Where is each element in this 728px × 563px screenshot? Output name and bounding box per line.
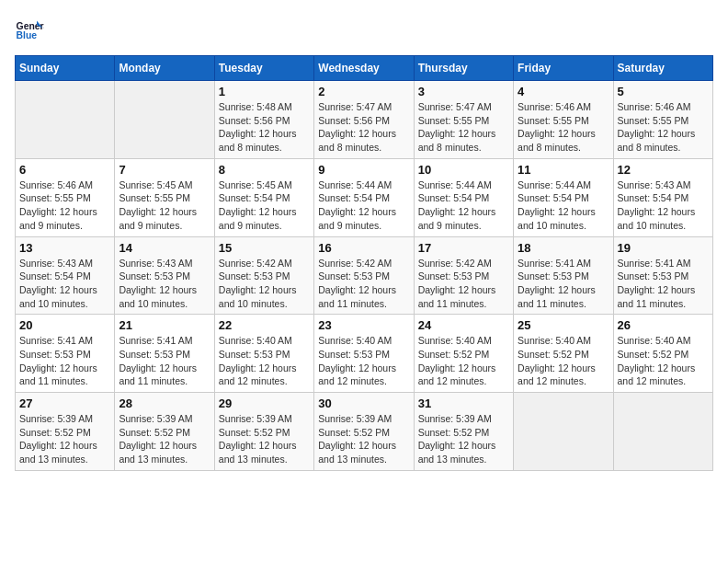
day-info: Sunrise: 5:39 AM Sunset: 5:52 PM Dayligh… xyxy=(19,412,110,466)
day-cell: 27Sunrise: 5:39 AM Sunset: 5:52 PM Dayli… xyxy=(16,393,115,471)
day-cell: 29Sunrise: 5:39 AM Sunset: 5:52 PM Dayli… xyxy=(214,393,313,471)
day-number: 5 xyxy=(618,85,709,98)
header-cell-thursday: Thursday xyxy=(414,56,513,81)
day-info: Sunrise: 5:43 AM Sunset: 5:54 PM Dayligh… xyxy=(19,257,110,311)
day-info: Sunrise: 5:42 AM Sunset: 5:53 PM Dayligh… xyxy=(219,257,310,311)
day-number: 26 xyxy=(618,318,709,332)
day-cell: 6Sunrise: 5:46 AM Sunset: 5:55 PM Daylig… xyxy=(16,158,115,236)
day-cell: 14Sunrise: 5:43 AM Sunset: 5:53 PM Dayli… xyxy=(115,236,214,315)
day-info: Sunrise: 5:47 AM Sunset: 5:56 PM Dayligh… xyxy=(318,100,409,155)
day-info: Sunrise: 5:46 AM Sunset: 5:55 PM Dayligh… xyxy=(518,100,609,155)
day-info: Sunrise: 5:43 AM Sunset: 5:54 PM Dayligh… xyxy=(618,178,709,233)
day-info: Sunrise: 5:39 AM Sunset: 5:52 PM Dayligh… xyxy=(119,412,210,466)
day-cell: 12Sunrise: 5:43 AM Sunset: 5:54 PM Dayli… xyxy=(613,158,712,236)
header-cell-saturday: Saturday xyxy=(613,56,712,81)
day-info: Sunrise: 5:44 AM Sunset: 5:54 PM Dayligh… xyxy=(418,178,509,233)
day-cell: 16Sunrise: 5:42 AM Sunset: 5:53 PM Dayli… xyxy=(314,236,414,315)
day-cell: 15Sunrise: 5:42 AM Sunset: 5:53 PM Dayli… xyxy=(214,236,313,315)
day-cell: 11Sunrise: 5:44 AM Sunset: 5:54 PM Dayli… xyxy=(514,158,613,236)
day-cell xyxy=(613,393,712,471)
day-cell: 31Sunrise: 5:39 AM Sunset: 5:52 PM Dayli… xyxy=(414,393,513,471)
day-cell: 7Sunrise: 5:45 AM Sunset: 5:55 PM Daylig… xyxy=(115,158,214,236)
day-number: 28 xyxy=(119,396,210,410)
day-number: 4 xyxy=(518,85,609,98)
day-number: 15 xyxy=(219,241,310,255)
day-number: 1 xyxy=(219,85,310,98)
day-number: 21 xyxy=(119,318,210,332)
logo: General Blue xyxy=(15,15,44,44)
day-number: 14 xyxy=(119,241,210,255)
day-info: Sunrise: 5:40 AM Sunset: 5:52 PM Dayligh… xyxy=(518,334,609,388)
day-cell: 26Sunrise: 5:40 AM Sunset: 5:52 PM Dayli… xyxy=(613,315,712,393)
day-number: 23 xyxy=(318,318,409,332)
day-info: Sunrise: 5:48 AM Sunset: 5:56 PM Dayligh… xyxy=(219,100,310,155)
day-cell xyxy=(514,393,613,471)
day-number: 9 xyxy=(318,163,409,177)
day-number: 19 xyxy=(618,241,709,255)
day-cell: 13Sunrise: 5:43 AM Sunset: 5:54 PM Dayli… xyxy=(16,236,115,315)
day-info: Sunrise: 5:44 AM Sunset: 5:54 PM Dayligh… xyxy=(518,178,609,233)
day-info: Sunrise: 5:40 AM Sunset: 5:52 PM Dayligh… xyxy=(418,334,509,388)
header-cell-sunday: Sunday xyxy=(16,56,115,81)
day-info: Sunrise: 5:42 AM Sunset: 5:53 PM Dayligh… xyxy=(418,257,509,311)
day-cell: 2Sunrise: 5:47 AM Sunset: 5:56 PM Daylig… xyxy=(314,81,414,159)
day-number: 11 xyxy=(518,163,609,177)
day-number: 8 xyxy=(219,163,310,177)
week-row-5: 27Sunrise: 5:39 AM Sunset: 5:52 PM Dayli… xyxy=(16,393,713,471)
day-number: 18 xyxy=(518,241,609,255)
day-info: Sunrise: 5:44 AM Sunset: 5:54 PM Dayligh… xyxy=(318,178,409,233)
day-info: Sunrise: 5:45 AM Sunset: 5:55 PM Dayligh… xyxy=(119,178,210,233)
calendar-body: 1Sunrise: 5:48 AM Sunset: 5:56 PM Daylig… xyxy=(16,81,713,471)
week-row-1: 1Sunrise: 5:48 AM Sunset: 5:56 PM Daylig… xyxy=(16,81,713,159)
day-cell: 4Sunrise: 5:46 AM Sunset: 5:55 PM Daylig… xyxy=(514,81,613,159)
day-info: Sunrise: 5:40 AM Sunset: 5:53 PM Dayligh… xyxy=(219,334,310,388)
day-number: 2 xyxy=(318,85,409,98)
day-info: Sunrise: 5:41 AM Sunset: 5:53 PM Dayligh… xyxy=(119,334,210,388)
day-cell: 9Sunrise: 5:44 AM Sunset: 5:54 PM Daylig… xyxy=(314,158,414,236)
day-cell xyxy=(16,81,115,159)
logo-icon: General Blue xyxy=(15,15,44,44)
svg-text:Blue: Blue xyxy=(17,30,38,40)
page-header: General Blue xyxy=(15,15,713,44)
day-number: 31 xyxy=(418,396,509,410)
day-number: 30 xyxy=(318,396,409,410)
day-number: 20 xyxy=(19,318,110,332)
week-row-2: 6Sunrise: 5:46 AM Sunset: 5:55 PM Daylig… xyxy=(16,158,713,236)
day-info: Sunrise: 5:41 AM Sunset: 5:53 PM Dayligh… xyxy=(19,334,110,388)
week-row-4: 20Sunrise: 5:41 AM Sunset: 5:53 PM Dayli… xyxy=(16,315,713,393)
day-number: 12 xyxy=(618,163,709,177)
day-cell: 25Sunrise: 5:40 AM Sunset: 5:52 PM Dayli… xyxy=(514,315,613,393)
day-info: Sunrise: 5:39 AM Sunset: 5:52 PM Dayligh… xyxy=(318,412,409,466)
day-number: 6 xyxy=(19,163,110,177)
header-row: SundayMondayTuesdayWednesdayThursdayFrid… xyxy=(16,56,713,81)
calendar-table: SundayMondayTuesdayWednesdayThursdayFrid… xyxy=(15,55,713,471)
day-info: Sunrise: 5:47 AM Sunset: 5:55 PM Dayligh… xyxy=(418,100,509,155)
day-cell: 22Sunrise: 5:40 AM Sunset: 5:53 PM Dayli… xyxy=(214,315,313,393)
day-number: 17 xyxy=(418,241,509,255)
day-cell: 23Sunrise: 5:40 AM Sunset: 5:53 PM Dayli… xyxy=(314,315,414,393)
day-info: Sunrise: 5:46 AM Sunset: 5:55 PM Dayligh… xyxy=(19,178,110,233)
day-info: Sunrise: 5:40 AM Sunset: 5:52 PM Dayligh… xyxy=(618,334,709,388)
header-cell-monday: Monday xyxy=(115,56,214,81)
day-cell: 1Sunrise: 5:48 AM Sunset: 5:56 PM Daylig… xyxy=(214,81,313,159)
day-cell xyxy=(115,81,214,159)
day-cell: 8Sunrise: 5:45 AM Sunset: 5:54 PM Daylig… xyxy=(214,158,313,236)
day-number: 13 xyxy=(19,241,110,255)
day-info: Sunrise: 5:39 AM Sunset: 5:52 PM Dayligh… xyxy=(418,412,509,466)
header-cell-friday: Friday xyxy=(514,56,613,81)
day-number: 3 xyxy=(418,85,509,98)
calendar-header: SundayMondayTuesdayWednesdayThursdayFrid… xyxy=(16,56,713,81)
day-number: 10 xyxy=(418,163,509,177)
day-info: Sunrise: 5:41 AM Sunset: 5:53 PM Dayligh… xyxy=(518,257,609,311)
day-info: Sunrise: 5:40 AM Sunset: 5:53 PM Dayligh… xyxy=(318,334,409,388)
day-number: 29 xyxy=(219,396,310,410)
day-cell: 20Sunrise: 5:41 AM Sunset: 5:53 PM Dayli… xyxy=(16,315,115,393)
day-number: 16 xyxy=(318,241,409,255)
day-number: 27 xyxy=(19,396,110,410)
day-number: 22 xyxy=(219,318,310,332)
day-number: 24 xyxy=(418,318,509,332)
day-cell: 5Sunrise: 5:46 AM Sunset: 5:55 PM Daylig… xyxy=(613,81,712,159)
week-row-3: 13Sunrise: 5:43 AM Sunset: 5:54 PM Dayli… xyxy=(16,236,713,315)
day-cell: 24Sunrise: 5:40 AM Sunset: 5:52 PM Dayli… xyxy=(414,315,513,393)
day-info: Sunrise: 5:43 AM Sunset: 5:53 PM Dayligh… xyxy=(119,257,210,311)
